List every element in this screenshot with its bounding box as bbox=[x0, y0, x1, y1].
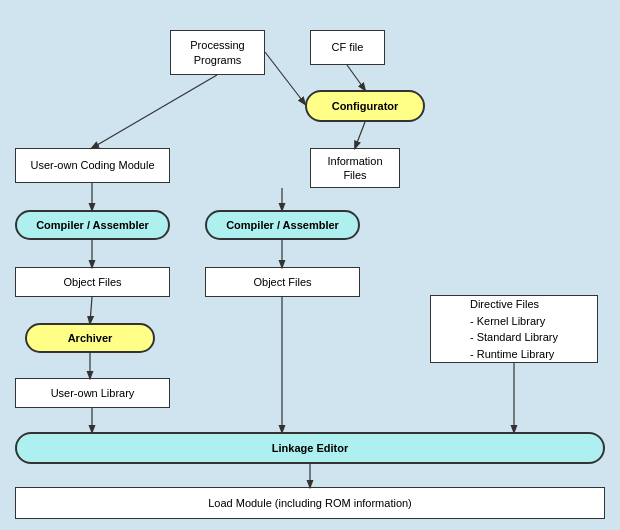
object-files-left-box: Object Files bbox=[15, 267, 170, 297]
configurator-label: Configurator bbox=[332, 100, 399, 112]
compiler-assembler-left-label: Compiler / Assembler bbox=[36, 219, 149, 231]
object-files-right-label: Object Files bbox=[253, 275, 311, 289]
archiver-label: Archiver bbox=[68, 332, 113, 344]
configurator-box: Configurator bbox=[305, 90, 425, 122]
directive-files-box: Directive Files- Kernel Library- Standar… bbox=[430, 295, 598, 363]
cf-file-label: CF file bbox=[332, 40, 364, 54]
diagram: Processing Programs CF file Configurator… bbox=[0, 0, 620, 530]
user-own-library-label: User-own Library bbox=[51, 386, 135, 400]
object-files-right-box: Object Files bbox=[205, 267, 360, 297]
load-module-box: Load Module (including ROM information) bbox=[15, 487, 605, 519]
user-own-coding-box: User-own Coding Module bbox=[15, 148, 170, 183]
processing-programs-box: Processing Programs bbox=[170, 30, 265, 75]
user-own-library-box: User-own Library bbox=[15, 378, 170, 408]
object-files-left-label: Object Files bbox=[63, 275, 121, 289]
svg-line-0 bbox=[92, 75, 217, 148]
information-files-label: Information Files bbox=[317, 154, 393, 183]
archiver-box: Archiver bbox=[25, 323, 155, 353]
cf-file-box: CF file bbox=[310, 30, 385, 65]
svg-line-2 bbox=[265, 52, 305, 104]
svg-line-3 bbox=[355, 122, 365, 148]
compiler-assembler-left-box: Compiler / Assembler bbox=[15, 210, 170, 240]
compiler-assembler-right-label: Compiler / Assembler bbox=[226, 219, 339, 231]
directive-files-label: Directive Files- Kernel Library- Standar… bbox=[470, 296, 558, 362]
user-own-coding-label: User-own Coding Module bbox=[30, 158, 154, 172]
linkage-editor-label: Linkage Editor bbox=[272, 442, 348, 454]
svg-line-1 bbox=[347, 65, 365, 90]
svg-line-8 bbox=[90, 297, 92, 323]
load-module-label: Load Module (including ROM information) bbox=[208, 496, 412, 510]
compiler-assembler-right-box: Compiler / Assembler bbox=[205, 210, 360, 240]
linkage-editor-box: Linkage Editor bbox=[15, 432, 605, 464]
processing-programs-label: Processing Programs bbox=[177, 38, 258, 67]
information-files-box: Information Files bbox=[310, 148, 400, 188]
